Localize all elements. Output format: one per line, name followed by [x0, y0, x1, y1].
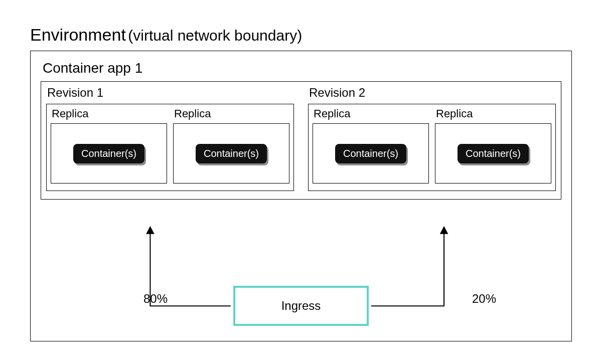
- replica-label: Replica: [51, 107, 167, 120]
- traffic-percent-left: 80%: [143, 292, 168, 306]
- revision-1: Revision 1 Replica Container(s) Replica …: [46, 86, 294, 191]
- replica-label: Replica: [313, 107, 429, 120]
- replica-label: Replica: [435, 107, 551, 120]
- replica: Replica Container(s): [173, 107, 289, 184]
- container-app-box: Revision 1 Replica Container(s) Replica …: [41, 81, 561, 200]
- container-pill: Container(s): [335, 144, 406, 163]
- revision-2: Revision 2 Replica Container(s) Replica …: [308, 86, 556, 191]
- ingress-label: Ingress: [281, 299, 321, 313]
- revision-box: Replica Container(s) Replica Container(s…: [46, 104, 294, 191]
- traffic-percent-right: 20%: [472, 292, 496, 306]
- environment-box: Container app 1 Revision 1 Replica Conta…: [30, 51, 572, 341]
- replica-box: Container(s): [313, 123, 429, 184]
- container-pill: Container(s): [458, 144, 529, 163]
- replica-box: Container(s): [173, 123, 289, 184]
- replica: Replica Container(s): [51, 107, 167, 184]
- revision-label: Revision 2: [308, 86, 556, 100]
- replica-label: Replica: [173, 107, 289, 120]
- title-sub: (virtual network boundary): [128, 27, 302, 44]
- replica-box: Container(s): [435, 123, 551, 184]
- ingress-box: Ingress: [233, 286, 369, 326]
- title-main: Environment: [30, 25, 126, 44]
- replica: Replica Container(s): [435, 107, 551, 184]
- diagram-title: Environment (virtual network boundary): [30, 25, 572, 45]
- revision-box: Replica Container(s) Replica Container(s…: [308, 104, 556, 191]
- revision-label: Revision 1: [46, 86, 294, 100]
- replica-box: Container(s): [51, 123, 167, 184]
- container-pill: Container(s): [73, 144, 144, 163]
- app-title: Container app 1: [41, 60, 561, 76]
- container-pill: Container(s): [196, 144, 267, 163]
- replica: Replica Container(s): [313, 107, 429, 184]
